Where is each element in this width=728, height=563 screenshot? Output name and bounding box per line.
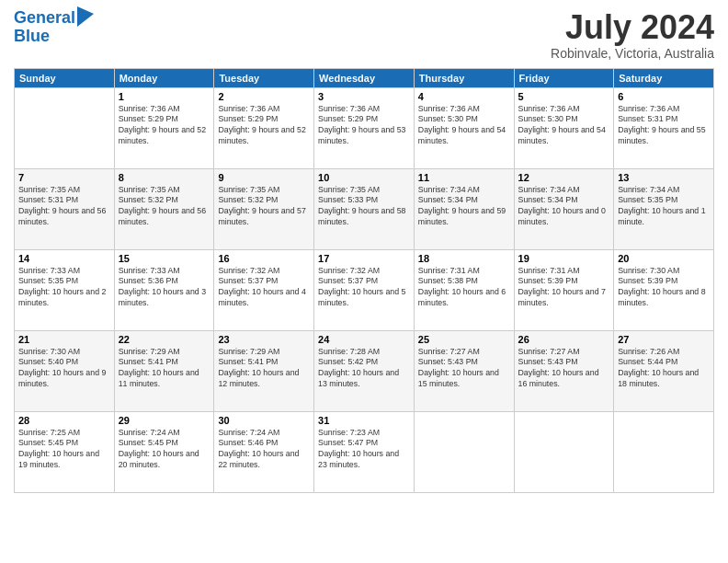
day-number: 20 <box>618 253 710 264</box>
day-info: Sunrise: 7:34 AMSunset: 5:35 PMDaylight:… <box>618 185 710 229</box>
day-info: Sunrise: 7:24 AMSunset: 5:45 PMDaylight:… <box>119 428 210 472</box>
day-info: Sunrise: 7:31 AMSunset: 5:38 PMDaylight:… <box>418 266 510 310</box>
calendar-cell: 25Sunrise: 7:27 AMSunset: 5:43 PMDayligh… <box>414 330 514 411</box>
logo-general: General <box>14 8 75 27</box>
day-number: 17 <box>318 253 410 264</box>
day-number: 9 <box>218 172 310 183</box>
day-info: Sunrise: 7:25 AMSunset: 5:45 PMDaylight:… <box>18 428 110 472</box>
col-tuesday: Tuesday <box>214 68 314 87</box>
calendar-cell: 2Sunrise: 7:36 AMSunset: 5:29 PMDaylight… <box>214 87 314 168</box>
calendar-table: Sunday Monday Tuesday Wednesday Thursday… <box>14 68 714 493</box>
day-number: 6 <box>618 91 710 102</box>
calendar-cell: 10Sunrise: 7:35 AMSunset: 5:33 PMDayligh… <box>314 168 415 249</box>
calendar-cell: 14Sunrise: 7:33 AMSunset: 5:35 PMDayligh… <box>15 249 115 330</box>
day-info: Sunrise: 7:35 AMSunset: 5:33 PMDaylight:… <box>318 185 410 229</box>
day-info: Sunrise: 7:36 AMSunset: 5:30 PMDaylight:… <box>518 104 610 148</box>
calendar-cell: 19Sunrise: 7:31 AMSunset: 5:39 PMDayligh… <box>514 249 614 330</box>
calendar-cell: 13Sunrise: 7:34 AMSunset: 5:35 PMDayligh… <box>614 168 714 249</box>
day-number: 30 <box>218 415 310 426</box>
day-number: 5 <box>518 91 610 102</box>
day-number: 4 <box>418 91 510 102</box>
calendar-cell: 8Sunrise: 7:35 AMSunset: 5:32 PMDaylight… <box>114 168 214 249</box>
day-number: 13 <box>618 172 710 183</box>
day-number: 27 <box>618 334 710 345</box>
calendar-week-row: 21Sunrise: 7:30 AMSunset: 5:40 PMDayligh… <box>15 330 714 411</box>
calendar-cell: 16Sunrise: 7:32 AMSunset: 5:37 PMDayligh… <box>214 249 314 330</box>
day-number: 16 <box>218 253 310 264</box>
svg-marker-0 <box>77 6 94 27</box>
calendar-week-row: 7Sunrise: 7:35 AMSunset: 5:31 PMDaylight… <box>15 168 714 249</box>
day-number: 25 <box>418 334 510 345</box>
logo: General Blue <box>14 9 94 46</box>
calendar-cell: 22Sunrise: 7:29 AMSunset: 5:41 PMDayligh… <box>114 330 214 411</box>
day-number: 28 <box>18 415 110 426</box>
calendar-cell: 30Sunrise: 7:24 AMSunset: 5:46 PMDayligh… <box>214 411 314 492</box>
day-number: 19 <box>518 253 610 264</box>
calendar-cell: 12Sunrise: 7:34 AMSunset: 5:34 PMDayligh… <box>514 168 614 249</box>
day-number: 11 <box>418 172 510 183</box>
day-info: Sunrise: 7:35 AMSunset: 5:31 PMDaylight:… <box>18 185 110 229</box>
calendar-cell: 1Sunrise: 7:36 AMSunset: 5:29 PMDaylight… <box>114 87 214 168</box>
col-wednesday: Wednesday <box>314 68 415 87</box>
day-info: Sunrise: 7:30 AMSunset: 5:40 PMDaylight:… <box>18 347 110 391</box>
calendar-container: General Blue July 2024 Robinvale, Victor… <box>0 0 728 563</box>
day-info: Sunrise: 7:29 AMSunset: 5:41 PMDaylight:… <box>119 347 210 391</box>
location-subtitle: Robinvale, Victoria, Australia <box>551 46 714 61</box>
calendar-week-row: 1Sunrise: 7:36 AMSunset: 5:29 PMDaylight… <box>15 87 714 168</box>
col-saturday: Saturday <box>614 68 714 87</box>
day-number: 15 <box>119 253 210 264</box>
day-number: 26 <box>518 334 610 345</box>
day-info: Sunrise: 7:32 AMSunset: 5:37 PMDaylight:… <box>318 266 410 310</box>
day-info: Sunrise: 7:31 AMSunset: 5:39 PMDaylight:… <box>518 266 610 310</box>
day-info: Sunrise: 7:35 AMSunset: 5:32 PMDaylight:… <box>218 185 310 229</box>
day-info: Sunrise: 7:33 AMSunset: 5:36 PMDaylight:… <box>119 266 210 310</box>
col-monday: Monday <box>114 68 214 87</box>
calendar-cell <box>614 411 714 492</box>
day-number: 23 <box>218 334 310 345</box>
day-info: Sunrise: 7:30 AMSunset: 5:39 PMDaylight:… <box>618 266 710 310</box>
day-number: 10 <box>318 172 410 183</box>
month-title: July 2024 <box>551 9 714 46</box>
day-number: 18 <box>418 253 510 264</box>
calendar-cell: 26Sunrise: 7:27 AMSunset: 5:43 PMDayligh… <box>514 330 614 411</box>
calendar-cell: 18Sunrise: 7:31 AMSunset: 5:38 PMDayligh… <box>414 249 514 330</box>
day-number: 24 <box>318 334 410 345</box>
day-info: Sunrise: 7:36 AMSunset: 5:29 PMDaylight:… <box>218 104 310 148</box>
calendar-cell <box>414 411 514 492</box>
day-info: Sunrise: 7:36 AMSunset: 5:30 PMDaylight:… <box>418 104 510 148</box>
col-friday: Friday <box>514 68 614 87</box>
calendar-cell: 24Sunrise: 7:28 AMSunset: 5:42 PMDayligh… <box>314 330 415 411</box>
calendar-header-row: Sunday Monday Tuesday Wednesday Thursday… <box>15 68 714 87</box>
calendar-cell: 29Sunrise: 7:24 AMSunset: 5:45 PMDayligh… <box>114 411 214 492</box>
day-number: 12 <box>518 172 610 183</box>
day-info: Sunrise: 7:24 AMSunset: 5:46 PMDaylight:… <box>218 428 310 472</box>
logo-text: General <box>14 9 75 28</box>
calendar-cell: 11Sunrise: 7:34 AMSunset: 5:34 PMDayligh… <box>414 168 514 249</box>
day-number: 2 <box>218 91 310 102</box>
header: General Blue July 2024 Robinvale, Victor… <box>14 9 714 61</box>
day-number: 21 <box>18 334 110 345</box>
calendar-cell: 17Sunrise: 7:32 AMSunset: 5:37 PMDayligh… <box>314 249 415 330</box>
day-info: Sunrise: 7:23 AMSunset: 5:47 PMDaylight:… <box>318 428 410 472</box>
day-info: Sunrise: 7:33 AMSunset: 5:35 PMDaylight:… <box>18 266 110 310</box>
day-number: 31 <box>318 415 410 426</box>
day-number: 1 <box>119 91 210 102</box>
calendar-cell: 9Sunrise: 7:35 AMSunset: 5:32 PMDaylight… <box>214 168 314 249</box>
calendar-cell: 7Sunrise: 7:35 AMSunset: 5:31 PMDaylight… <box>15 168 115 249</box>
title-block: July 2024 Robinvale, Victoria, Australia <box>551 9 714 61</box>
day-number: 22 <box>119 334 210 345</box>
day-info: Sunrise: 7:29 AMSunset: 5:41 PMDaylight:… <box>218 347 310 391</box>
day-number: 7 <box>18 172 110 183</box>
calendar-cell: 15Sunrise: 7:33 AMSunset: 5:36 PMDayligh… <box>114 249 214 330</box>
day-info: Sunrise: 7:34 AMSunset: 5:34 PMDaylight:… <box>518 185 610 229</box>
calendar-cell: 3Sunrise: 7:36 AMSunset: 5:29 PMDaylight… <box>314 87 415 168</box>
day-info: Sunrise: 7:26 AMSunset: 5:44 PMDaylight:… <box>618 347 710 391</box>
col-thursday: Thursday <box>414 68 514 87</box>
day-info: Sunrise: 7:28 AMSunset: 5:42 PMDaylight:… <box>318 347 410 391</box>
day-number: 14 <box>18 253 110 264</box>
calendar-cell: 27Sunrise: 7:26 AMSunset: 5:44 PMDayligh… <box>614 330 714 411</box>
calendar-cell: 20Sunrise: 7:30 AMSunset: 5:39 PMDayligh… <box>614 249 714 330</box>
calendar-cell: 31Sunrise: 7:23 AMSunset: 5:47 PMDayligh… <box>314 411 415 492</box>
day-number: 29 <box>119 415 210 426</box>
col-sunday: Sunday <box>15 68 115 87</box>
